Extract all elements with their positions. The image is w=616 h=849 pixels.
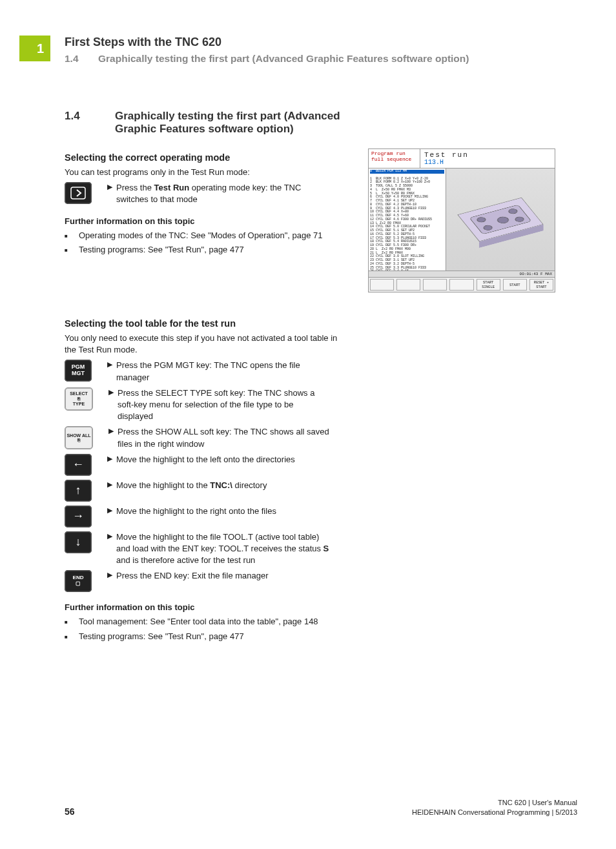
bullet-item: Testing programs: See "Test Run", page 4…	[65, 244, 342, 256]
footer-doc-title: TNC 620 | User's Manual	[412, 798, 577, 807]
arrow-down-key-icon: ↓	[65, 531, 92, 553]
step-marker-icon: ▶	[107, 455, 116, 463]
arrow-left-key-icon: ←	[65, 454, 92, 476]
page-number: 56	[65, 806, 75, 817]
step-text: Press the SELECT TYPE soft key: The TNC …	[118, 387, 331, 423]
softkey: START	[503, 279, 527, 291]
step-marker-icon: ▶	[107, 506, 116, 515]
step-text: Press the SHOW ALL soft key: The TNC sho…	[118, 426, 331, 449]
paragraph: You only need to execute this step if yo…	[65, 332, 342, 356]
softkey	[423, 279, 447, 291]
step-text: Move the highlight to the TNC:\ director…	[116, 480, 267, 491]
step-text: Press the PGM MGT key: The TNC opens the…	[116, 360, 329, 383]
arrow-right-key-icon: →	[65, 506, 92, 527]
screenshot-status: 00:01:43 F MAX	[369, 271, 555, 277]
softkey	[370, 279, 394, 291]
section-title: Graphically testing the first part (Adva…	[115, 110, 354, 136]
softkey: START SINGLE	[477, 279, 500, 291]
step-marker-icon: ▶	[107, 183, 116, 191]
step-marker-icon: ▶	[107, 532, 116, 540]
test-run-key-icon	[65, 182, 92, 204]
step-marker-icon: ▶	[108, 427, 118, 435]
step-marker-icon: ▶	[108, 388, 118, 396]
footer-doc-info: HEIDENHAIN Conversational Programming | …	[412, 808, 577, 817]
running-subtitle-num: 1.4	[65, 53, 98, 65]
tnc-screenshot: Program runfull sequence Test run 113.H …	[368, 148, 555, 292]
screenshot-mode-label: Program runfull sequence	[369, 149, 420, 168]
softkey: RESET + START	[529, 279, 553, 291]
step-text: Press the Test Run operating mode key: t…	[116, 182, 329, 205]
further-info-heading: Further information on this topic	[65, 216, 349, 226]
pgm-mgt-key-icon: PGM MGT	[65, 360, 92, 382]
softkey	[449, 279, 473, 291]
step-text: Move the highlight to the right onto the…	[116, 506, 276, 517]
screenshot-3d-view	[446, 169, 555, 271]
subheading-operating-mode: Selecting the correct operating mode	[65, 152, 349, 163]
show-all-softkey-icon: SHOW ALL ⎘	[65, 426, 93, 449]
softkey	[396, 279, 420, 291]
chapter-title: First Steps with the TNC 620	[65, 36, 577, 49]
further-info-heading: Further information on this topic	[65, 602, 577, 612]
step-marker-icon: ▶	[107, 480, 116, 489]
screenshot-title: Test run	[424, 151, 469, 159]
bullet-item: Testing programs: See "Test Run", page 4…	[65, 631, 342, 643]
end-key-icon: END ▢	[65, 570, 92, 592]
svg-rect-0	[71, 187, 85, 199]
select-type-softkey-icon: SELECT ⎘ TYPE	[65, 387, 93, 411]
step-text: Move the highlight to the left onto the …	[116, 454, 295, 465]
screenshot-program-listing: 0 BEGIN PGM 113 MM 1 BLK FORM 0.1 Z X+0 …	[369, 169, 446, 271]
subheading-tool-table: Selecting the tool table for the test ru…	[65, 318, 577, 329]
bullet-item: Operating modes of the TNC: See "Modes o…	[65, 230, 342, 242]
running-subtitle: 1.4 Graphically testing the first part (…	[65, 53, 577, 65]
step-text: Press the END key: Exit the file manager	[116, 570, 269, 582]
section-num: 1.4	[65, 110, 115, 136]
running-subtitle-text: Graphically testing the first part (Adva…	[98, 53, 469, 65]
step-text: Move the highlight to the file TOOL.T (a…	[116, 531, 329, 567]
arrow-up-key-icon: ↑	[65, 480, 92, 502]
section-heading: 1.4 Graphically testing the first part (…	[65, 110, 577, 136]
paragraph: You can test programs only in the Test R…	[65, 167, 342, 178]
bullet-item: Tool management: See "Enter tool data in…	[65, 616, 342, 628]
step-marker-icon: ▶	[107, 360, 116, 369]
screenshot-file: 113.H	[424, 159, 469, 166]
step-marker-icon: ▶	[107, 571, 116, 579]
